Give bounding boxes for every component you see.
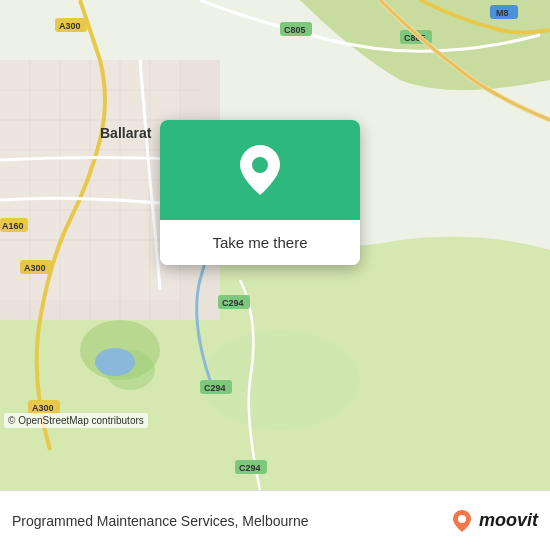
svg-point-4 <box>95 348 135 376</box>
location-label: Programmed Maintenance Services, Melbour… <box>12 513 308 529</box>
moovit-logo: moovit <box>449 508 538 534</box>
location-pin-icon <box>235 140 285 200</box>
location-popup: Take me there <box>160 120 360 265</box>
popup-header <box>160 120 360 220</box>
take-me-there-button[interactable]: Take me there <box>160 220 360 265</box>
svg-text:A300: A300 <box>32 403 54 413</box>
map-container[interactable]: M8 A300 A300 A300 C805 C805 C294 C294 C2… <box>0 0 550 490</box>
osm-attribution: © OpenStreetMap contributors <box>4 413 148 428</box>
svg-text:C294: C294 <box>222 298 244 308</box>
svg-text:M8: M8 <box>496 8 509 18</box>
moovit-brand-text: moovit <box>479 510 538 531</box>
svg-text:C294: C294 <box>239 463 261 473</box>
bottom-bar: Programmed Maintenance Services, Melbour… <box>0 490 550 550</box>
svg-point-40 <box>252 157 268 173</box>
svg-text:A300: A300 <box>59 21 81 31</box>
svg-text:A160: A160 <box>2 221 24 231</box>
attribution-text: © OpenStreetMap contributors <box>8 415 144 426</box>
svg-text:A300: A300 <box>24 263 46 273</box>
svg-text:C805: C805 <box>284 25 306 35</box>
svg-text:C294: C294 <box>204 383 226 393</box>
moovit-pin-icon <box>449 508 475 534</box>
svg-text:Ballarat: Ballarat <box>100 125 152 141</box>
svg-point-41 <box>458 515 466 523</box>
